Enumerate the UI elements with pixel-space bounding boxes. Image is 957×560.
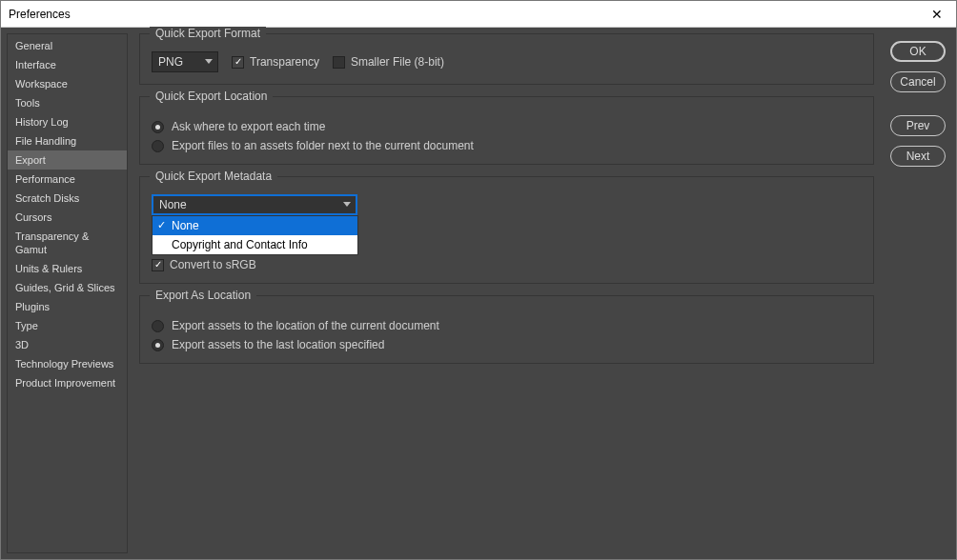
- sidebar-item-units-rulers[interactable]: Units & Rulers: [8, 259, 127, 278]
- sidebar-item-tools[interactable]: Tools: [8, 93, 127, 112]
- exportas-opt1-label: Export assets to the location of the cur…: [172, 319, 439, 332]
- sidebar-item-export[interactable]: Export: [8, 150, 127, 170]
- sidebar-item-general[interactable]: General: [8, 36, 127, 55]
- chevron-down-icon: [343, 202, 351, 207]
- metadata-option-copyright[interactable]: Copyright and Contact Info: [153, 235, 357, 254]
- radio-icon: [152, 140, 164, 152]
- convert-srgb-checkbox[interactable]: Convert to sRGB: [152, 258, 256, 271]
- checkbox-icon: [152, 259, 164, 271]
- sidebar-item-history-log[interactable]: History Log: [8, 112, 127, 131]
- quick-export-format-group: Quick Export Format PNG Transparency Sma…: [139, 33, 874, 85]
- sidebar-item-guides-grid-slices[interactable]: Guides, Grid & Slices: [8, 278, 127, 297]
- cancel-button[interactable]: Cancel: [890, 71, 946, 92]
- sidebar-item-type[interactable]: Type: [8, 316, 127, 335]
- metadata-select-value: None: [159, 198, 187, 211]
- metadata-option-none[interactable]: None: [153, 216, 357, 235]
- exportas-radio-last-location[interactable]: Export assets to the last location speci…: [152, 338, 862, 351]
- sidebar-item-product-improvement[interactable]: Product Improvement: [8, 373, 127, 392]
- sidebar-item-performance[interactable]: Performance: [8, 170, 127, 189]
- exportas-opt2-label: Export assets to the last location speci…: [172, 338, 384, 351]
- dialog-buttons: OK Cancel Prev Next: [886, 33, 950, 553]
- transparency-label: Transparency: [250, 55, 319, 69]
- sidebar-item-3d[interactable]: 3D: [8, 335, 127, 354]
- location-opt1-label: Ask where to export each time: [172, 120, 325, 133]
- convert-srgb-label: Convert to sRGB: [170, 258, 256, 271]
- smaller-file-checkbox[interactable]: Smaller File (8-bit): [333, 55, 444, 69]
- sidebar-item-transparency-gamut[interactable]: Transparency & Gamut: [8, 227, 127, 259]
- chevron-down-icon: [205, 59, 213, 64]
- radio-icon: [152, 121, 164, 133]
- sidebar-item-cursors[interactable]: Cursors: [8, 208, 127, 227]
- next-button[interactable]: Next: [890, 146, 946, 167]
- quick-export-location-group: Quick Export Location Ask where to expor…: [139, 96, 874, 165]
- export-as-location-group: Export As Location Export assets to the …: [139, 295, 874, 364]
- legend-location: Quick Export Location: [150, 90, 273, 103]
- sidebar-item-interface[interactable]: Interface: [8, 55, 127, 74]
- prev-button[interactable]: Prev: [890, 115, 946, 136]
- exportas-radio-current-doc[interactable]: Export assets to the location of the cur…: [152, 319, 862, 332]
- format-select[interactable]: PNG: [152, 51, 218, 72]
- location-radio-assets-folder[interactable]: Export files to an assets folder next to…: [152, 139, 862, 152]
- legend-exportas: Export As Location: [150, 289, 256, 302]
- quick-export-metadata-group: Quick Export Metadata None None Copyrigh…: [139, 176, 874, 284]
- transparency-checkbox[interactable]: Transparency: [232, 55, 319, 69]
- smaller-file-label: Smaller File (8-bit): [351, 55, 444, 69]
- radio-icon: [152, 339, 164, 351]
- sidebar-item-technology-previews[interactable]: Technology Previews: [8, 354, 127, 373]
- sidebar: General Interface Workspace Tools Histor…: [7, 33, 128, 553]
- sidebar-item-scratch-disks[interactable]: Scratch Disks: [8, 189, 127, 208]
- ok-button[interactable]: OK: [890, 41, 946, 62]
- sidebar-item-file-handling[interactable]: File Handling: [8, 131, 127, 150]
- titlebar: Preferences ✕: [1, 1, 956, 28]
- location-opt2-label: Export files to an assets folder next to…: [172, 139, 474, 152]
- close-icon[interactable]: ✕: [926, 5, 948, 24]
- checkbox-icon: [333, 56, 345, 69]
- metadata-select[interactable]: None: [152, 194, 357, 215]
- sidebar-item-workspace[interactable]: Workspace: [8, 74, 127, 93]
- sidebar-item-plugins[interactable]: Plugins: [8, 297, 127, 316]
- metadata-dropdown-list: None Copyright and Contact Info: [152, 215, 358, 255]
- legend-format: Quick Export Format: [150, 27, 266, 40]
- checkbox-icon: [232, 56, 244, 69]
- location-radio-ask[interactable]: Ask where to export each time: [152, 120, 862, 133]
- format-select-value: PNG: [158, 55, 183, 69]
- window-title: Preferences: [9, 8, 71, 21]
- legend-metadata: Quick Export Metadata: [150, 170, 277, 183]
- radio-icon: [152, 320, 164, 332]
